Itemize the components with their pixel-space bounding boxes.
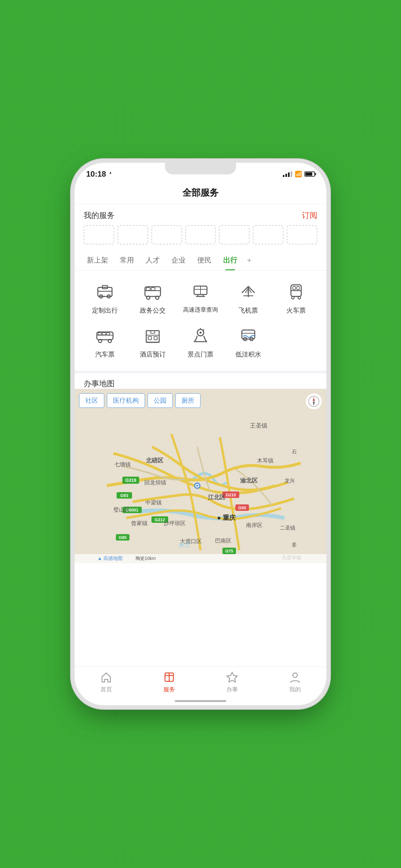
service-gov-bus[interactable]: 政务公交 xyxy=(129,276,177,318)
phone-frame: 10:18 📶 全部服务 我的服务 订阅 xyxy=(74,163,327,705)
flood-icon xyxy=(237,323,260,347)
svg-text:姜: 姜 xyxy=(292,542,297,547)
svg-point-40 xyxy=(199,332,202,334)
nav-tasks[interactable]: 办事 xyxy=(201,671,264,693)
svg-rect-35 xyxy=(148,337,151,340)
tab-convenience[interactable]: 便民 xyxy=(191,250,217,270)
train-icon xyxy=(284,280,308,303)
svg-text:G93: G93 xyxy=(120,493,128,498)
svg-text:▲ 高德地图: ▲ 高德地图 xyxy=(97,555,123,561)
compass[interactable] xyxy=(306,393,322,409)
custom-trip-icon xyxy=(93,280,117,303)
service-scenic[interactable]: 景点门票 xyxy=(177,320,224,362)
placeholder-1 xyxy=(84,225,114,244)
services-icon xyxy=(163,671,176,684)
home-bar xyxy=(175,700,226,702)
service-label-plane: 飞机票 xyxy=(239,306,258,314)
tab-travel[interactable]: 出行 xyxy=(217,250,243,270)
service-label-train: 火车票 xyxy=(286,306,306,314)
svg-text:陶瓷10km: 陶瓷10km xyxy=(135,556,156,561)
services-placeholder xyxy=(84,225,317,244)
svg-text:G319: G319 xyxy=(125,477,136,483)
tab-enterprise[interactable]: 企业 xyxy=(166,250,191,270)
filter-park[interactable]: 公园 xyxy=(148,393,173,408)
svg-rect-47 xyxy=(74,389,327,563)
service-train[interactable]: 火车票 xyxy=(272,276,320,318)
map-svg: G319 G93 G5001 G212 G210 G50 G85 G75 xyxy=(74,389,327,563)
signal-bars xyxy=(283,171,292,177)
svg-point-22 xyxy=(298,297,301,299)
svg-text:璧山区: 璧山区 xyxy=(113,507,130,513)
svg-rect-31 xyxy=(102,333,105,335)
svg-text:龙兴: 龙兴 xyxy=(284,478,295,484)
svg-text:王圣镇: 王圣镇 xyxy=(250,423,267,429)
tab-common[interactable]: 常用 xyxy=(114,250,140,270)
svg-text:石: 石 xyxy=(292,449,297,454)
placeholder-7 xyxy=(287,225,317,244)
svg-text:G75: G75 xyxy=(225,549,234,554)
nav-home-label: 首页 xyxy=(100,686,112,693)
svg-rect-30 xyxy=(98,333,101,335)
coach-icon xyxy=(93,323,117,347)
placeholder-6 xyxy=(253,225,283,244)
svg-text:巴南区: 巴南区 xyxy=(215,538,232,544)
svg-rect-36 xyxy=(154,337,157,340)
filter-medical[interactable]: 医疗机构 xyxy=(107,393,145,408)
svg-text:南岸区: 南岸区 xyxy=(246,522,263,528)
placeholder-4 xyxy=(185,225,216,244)
service-label-scenic: 景点门票 xyxy=(188,350,213,359)
page-title: 全部服务 xyxy=(74,181,327,205)
service-label-hotel: 酒店预订 xyxy=(140,350,166,359)
map-title: 办事地图 xyxy=(74,373,327,389)
hotel-icon xyxy=(141,323,164,347)
nav-profile[interactable]: 我的 xyxy=(264,671,327,693)
map-section: 办事地图 xyxy=(74,373,327,563)
nav-home[interactable]: 首页 xyxy=(74,671,137,693)
tabs-row: 新上架 常用 人才 企业 便民 出行 + xyxy=(81,250,320,270)
svg-marker-95 xyxy=(227,672,237,682)
svg-text:长江: 长江 xyxy=(179,542,191,548)
tab-add-button[interactable]: + xyxy=(243,251,255,270)
subscribe-button[interactable]: 订阅 xyxy=(302,210,317,221)
service-plane[interactable]: 飞机票 xyxy=(224,276,272,318)
wifi-icon: 📶 xyxy=(295,170,302,178)
svg-text:二圣镇: 二圣镇 xyxy=(280,525,296,531)
svg-rect-9 xyxy=(146,288,150,290)
profile-icon xyxy=(289,671,302,684)
service-coach[interactable]: 汽车票 xyxy=(81,320,129,362)
svg-point-21 xyxy=(291,297,294,299)
nav-services-label: 服务 xyxy=(163,686,175,693)
service-custom-trip[interactable]: 定制出行 xyxy=(81,276,129,318)
service-label-flood: 低洼积水 xyxy=(235,350,261,359)
nav-services[interactable]: 服务 xyxy=(137,671,201,693)
nav-tasks-label: 办事 xyxy=(226,686,238,693)
grid-row-2: 汽车票 酒店预订 xyxy=(81,320,320,362)
my-services-label: 我的服务 xyxy=(84,210,115,221)
service-flood[interactable]: 低洼积水 xyxy=(224,320,272,362)
map-container[interactable]: G319 G93 G5001 G212 G210 G50 G85 G75 xyxy=(74,389,327,563)
svg-text:江北区: 江北区 xyxy=(208,494,225,500)
service-highway[interactable]: 高速违章查询 xyxy=(177,276,224,318)
service-grid: 定制出行 政务公交 xyxy=(74,271,327,373)
svg-point-50 xyxy=(196,485,198,487)
svg-text:渝北区: 渝北区 xyxy=(240,477,258,484)
tab-talent[interactable]: 人才 xyxy=(140,250,166,270)
svg-point-28 xyxy=(108,339,112,343)
service-label-highway: 高速违章查询 xyxy=(183,306,218,314)
svg-rect-32 xyxy=(106,333,110,335)
filter-restroom[interactable]: 厕所 xyxy=(175,393,201,408)
svg-text:G85: G85 xyxy=(119,535,127,540)
svg-point-7 xyxy=(147,296,150,299)
filter-community[interactable]: 社区 xyxy=(79,393,104,408)
svg-text:北碚区: 北碚区 xyxy=(146,457,163,464)
svg-rect-26 xyxy=(97,332,113,340)
service-hotel[interactable]: 酒店预订 xyxy=(129,320,177,362)
status-icons: 📶 xyxy=(283,170,315,178)
svg-text:木耳镇: 木耳镇 xyxy=(257,458,274,464)
service-label-coach: 汽车票 xyxy=(95,350,115,359)
service-label-custom-trip: 定制出行 xyxy=(92,306,118,314)
svg-rect-5 xyxy=(145,287,160,297)
tab-new[interactable]: 新上架 xyxy=(81,250,114,270)
svg-text:中梁镇: 中梁镇 xyxy=(145,500,162,506)
svg-text:曾家镇: 曾家镇 xyxy=(131,520,148,526)
